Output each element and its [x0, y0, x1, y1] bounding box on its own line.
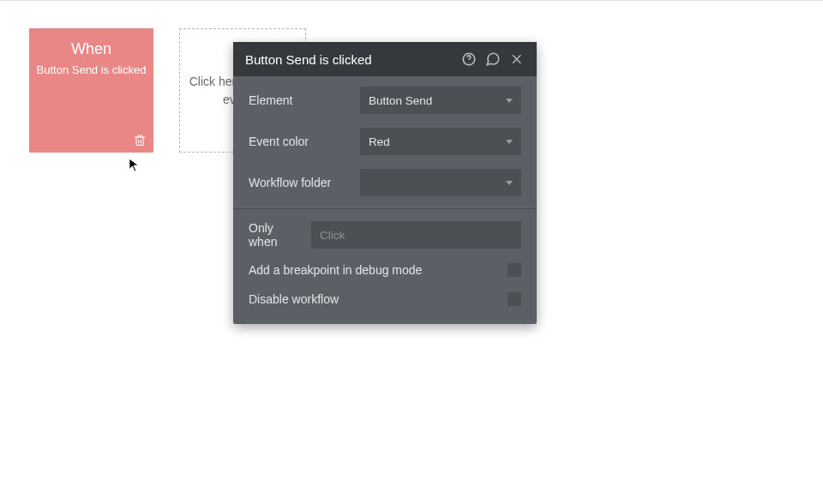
select-workflow-folder[interactable] [360, 169, 521, 196]
chevron-down-icon [506, 99, 513, 103]
divider [233, 208, 537, 209]
row-event-color: Event color Red [233, 121, 537, 162]
help-icon[interactable] [461, 51, 477, 67]
trash-icon[interactable] [133, 134, 147, 147]
checkbox-breakpoint[interactable] [508, 263, 521, 277]
chevron-down-icon [506, 140, 513, 144]
label-event-color: Event color [249, 135, 351, 148]
row-breakpoint: Add a breakpoint in debug mode [233, 255, 537, 285]
event-properties-panel: Button Send is clicked Element [233, 42, 537, 324]
checkbox-disable[interactable] [508, 292, 521, 306]
chevron-down-icon [506, 181, 513, 185]
panel-header: Button Send is clicked [233, 42, 537, 76]
svg-rect-0 [136, 137, 143, 145]
event-card-title: When [29, 39, 153, 60]
comment-icon[interactable] [485, 51, 501, 67]
panel-header-icons [461, 51, 525, 67]
event-card[interactable]: When Button Send is clicked [29, 28, 153, 153]
svg-point-2 [468, 62, 469, 63]
panel-bottom-pad [233, 314, 537, 321]
row-element: Element Button Send [233, 80, 537, 121]
input-only-when[interactable] [311, 221, 521, 249]
panel-title: Button Send is clicked [245, 52, 372, 67]
cursor-icon [129, 158, 141, 173]
row-workflow-folder: Workflow folder [233, 162, 537, 203]
select-element-value: Button Send [369, 94, 432, 107]
select-event-color-value: Red [369, 135, 390, 148]
label-only-when: Only when [249, 221, 303, 249]
label-workflow-folder: Workflow folder [249, 176, 351, 189]
select-element[interactable]: Button Send [360, 87, 521, 114]
label-breakpoint: Add a breakpoint in debug mode [249, 263, 422, 277]
select-event-color[interactable]: Red [360, 128, 521, 155]
row-disable: Disable workflow [233, 285, 537, 314]
event-card-subtitle: Button Send is clicked [29, 63, 153, 76]
close-icon[interactable] [509, 51, 525, 67]
top-border [0, 0, 823, 1]
label-disable: Disable workflow [249, 292, 339, 306]
row-only-when: Only when [233, 214, 537, 255]
label-element: Element [249, 93, 351, 107]
panel-body: Element Button Send Event color Red Work… [233, 76, 537, 324]
